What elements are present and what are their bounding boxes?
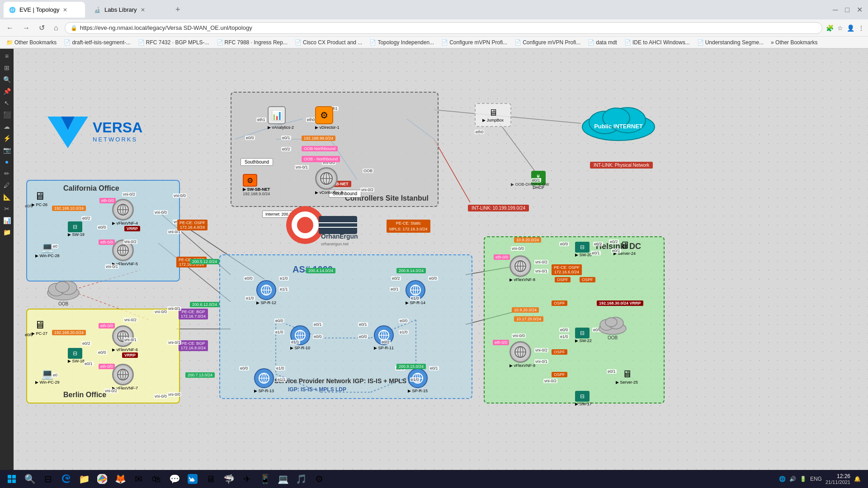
settings-icon[interactable]: ⋮	[858, 24, 864, 32]
sidebar-search-icon[interactable]: 🔍	[0, 74, 13, 85]
dhcp-area: 🖧 DHCP e0/1	[531, 171, 546, 190]
spr13-node[interactable]: ▶ SP-R-13	[254, 368, 274, 393]
sidebar-cursor-icon[interactable]: ↖	[0, 98, 13, 108]
mail-icon[interactable]: ✉	[130, 471, 146, 487]
back-button[interactable]: ←	[4, 23, 16, 33]
bookmark-more[interactable]: » Other Bookmarks	[768, 39, 820, 46]
bookmark-mvpn2[interactable]: 📄Configure mVPN Profi...	[512, 39, 583, 46]
sw17-node[interactable]: ⊟ ▶ SW-17	[575, 391, 592, 406]
sidebar-lightning-icon[interactable]: ⚡	[0, 133, 13, 144]
topology-canvas[interactable]: VERSA NETWORKS Controllers Site Istanbul…	[14, 49, 868, 488]
new-tab-button[interactable]: +	[175, 5, 180, 14]
iface-vni00-hel: vni-0/0	[511, 246, 525, 251]
putty-icon[interactable]: 🖥	[203, 471, 219, 487]
pc26-node[interactable]: 🖥 ▶ PC-26 e0/0	[32, 190, 47, 207]
search-taskbar-icon[interactable]: 🔍	[22, 471, 38, 487]
sw20-node[interactable]: ⊟ ▶ SW-20	[575, 242, 592, 257]
file-explorer-icon[interactable]: 📁	[76, 471, 92, 487]
teams-icon[interactable]: 💬	[166, 471, 183, 487]
sidebar-cloud-icon[interactable]: ☁	[0, 121, 13, 132]
bookmark-star-icon[interactable]: ☆	[837, 24, 843, 32]
server25-node[interactable]: 🖥 ▶ Server-25	[616, 368, 638, 385]
sidebar-menu-icon[interactable]: ≡	[0, 51, 13, 61]
sidebar-select-icon[interactable]: ⬛	[0, 109, 13, 120]
vdirector-node[interactable]: ⚙ ▶ vDirector-1	[315, 106, 340, 130]
home-button[interactable]: ⌂	[51, 23, 61, 33]
profile-icon[interactable]: 👤	[847, 24, 854, 32]
start-button[interactable]	[4, 471, 20, 487]
pc27-node[interactable]: 🖥 ▶ PC-27 e0/0	[32, 319, 47, 336]
vanalytics-node[interactable]: 📊 ▶ vAnalytics-2	[268, 106, 294, 130]
sidebar-scissors-icon[interactable]: ✂	[0, 203, 13, 214]
iface-e10-spr10: e1/0	[274, 330, 284, 334]
minimize-button[interactable]: ─	[831, 4, 840, 16]
vrrp-hel: 192.168.30.0/24 VRRP	[597, 300, 643, 306]
extensions-icon[interactable]: 🧩	[826, 24, 834, 32]
eth-00-ca: eth-0/0	[99, 198, 116, 203]
iface-e01-sv25: e0/1	[607, 369, 617, 374]
sw18-node[interactable]: ⊟ ▶ SW-18	[68, 348, 85, 363]
spr14-node[interactable]: ▶ SP-R-14	[406, 280, 425, 305]
svg-rect-103	[12, 475, 16, 479]
tab-close-button[interactable]: ✕	[63, 7, 67, 13]
forward-button[interactable]: →	[20, 23, 33, 33]
bookmark-datamdt[interactable]: 📄data mdt	[585, 39, 620, 46]
iface-e11-spr10: e1/1	[290, 340, 300, 344]
telegram-icon[interactable]: ✈	[239, 471, 255, 487]
bookmark-rfc7988[interactable]: 📄RFC 7988 · Ingress Rep...	[214, 39, 290, 46]
sidebar-ruler-icon[interactable]: 📐	[0, 192, 13, 202]
spr10-node[interactable]: ▶ SP-R-10	[290, 325, 310, 350]
refresh-button[interactable]: ↺	[36, 23, 47, 33]
store-icon[interactable]: 🛍	[148, 471, 165, 487]
vflexvnf7-node[interactable]: ▶ vFlexVNF-7	[112, 364, 138, 390]
chrome-icon[interactable]	[94, 471, 110, 487]
vflexvnf8-node[interactable]: ▶ vFlexVNF-8	[509, 255, 535, 282]
volume-icon[interactable]: 🔊	[789, 476, 796, 482]
clock[interactable]: 12:26 21/11/2021	[826, 473, 850, 485]
wireshark-icon[interactable]: 🦈	[221, 471, 237, 487]
taskview-icon[interactable]: ⊟	[40, 471, 56, 487]
iface-e02-sw19: e0/2	[81, 216, 91, 221]
sidebar-folder-icon[interactable]: 📁	[0, 227, 13, 238]
firefox-icon[interactable]: 🦊	[112, 471, 128, 487]
spr12-node[interactable]: ▶ SP-R-12	[256, 280, 276, 305]
notification-icon[interactable]: 🔔	[854, 476, 861, 482]
skype-icon[interactable]: 💻	[275, 471, 291, 487]
active-tab[interactable]: 🌐 EVE | Topology ✕	[4, 2, 85, 18]
bookmark-draft-ietf[interactable]: 📄draft-ietf-isis-segment-...	[61, 39, 133, 46]
spotify-icon[interactable]: 🎵	[293, 471, 309, 487]
iface-vni02-be2: vni-0/2	[104, 389, 118, 393]
spr11-node[interactable]: ▶ SP-R-11	[374, 325, 394, 350]
sidebar-pen-icon[interactable]: 🖊	[0, 180, 13, 191]
vflexvnf9-node[interactable]: ▶ vFlexVNF-9	[509, 341, 535, 368]
whatsapp-icon[interactable]: 📱	[257, 471, 273, 487]
sidebar-draw-icon[interactable]: ✏	[0, 168, 13, 179]
battery-icon[interactable]: 🔋	[800, 476, 807, 482]
sidebar-camera-icon[interactable]: 📷	[0, 145, 13, 155]
address-bar[interactable]: 🔒 https://eve-ng.nmaxi.local/legacy/Vers…	[65, 22, 822, 34]
bookmark-mvpn1[interactable]: 📄Configure mVPN Profi...	[439, 39, 510, 46]
maximize-button[interactable]: □	[843, 4, 851, 16]
edge-icon[interactable]	[58, 471, 74, 487]
bookmark-ide[interactable]: 📄IDE to AHCI Windows...	[622, 39, 693, 46]
sidebar-chart-icon[interactable]: 📊	[0, 215, 13, 226]
bookmark-topology[interactable]: 📄Topology Independen...	[367, 39, 437, 46]
vscode-icon[interactable]	[184, 471, 201, 487]
sw22-node[interactable]: ⊟ ▶ SW-22	[575, 328, 592, 343]
close-button[interactable]: ✕	[855, 4, 864, 16]
sw19-node[interactable]: ⊟ ▶ SW-19	[68, 221, 85, 237]
bookmark-other[interactable]: 📁Other Bookmarks	[4, 39, 59, 46]
tab-close-button-2[interactable]: ✕	[141, 7, 145, 13]
inactive-tab[interactable]: 🔬 Labs Library ✕	[89, 2, 170, 18]
sidebar-grid-icon[interactable]: ⊞	[0, 62, 13, 73]
settings-taskbar-icon[interactable]: ⚙	[311, 471, 327, 487]
bookmark-rfc7432[interactable]: 📄RFC 7432 · BGP MPLS-...	[135, 39, 212, 46]
sw-sb-net-node[interactable]: ⚙ ▶ SW-SB-NET 192.168.9.0/24	[243, 174, 270, 196]
vcontroller-node[interactable]: ▶ vController-3	[315, 167, 343, 195]
bookmark-segment[interactable]: 📄Understanding Segme...	[694, 39, 766, 46]
bookmark-cisco[interactable]: 📄Cisco CX Product and ...	[292, 39, 365, 46]
sidebar-pin-icon[interactable]: 📌	[0, 86, 13, 97]
network-icon[interactable]: 🌐	[779, 476, 786, 482]
vflexvnf4-node[interactable]: ▶ vFlexVNF-4	[112, 199, 138, 225]
sidebar-eye-icon[interactable]: ●	[0, 156, 13, 167]
